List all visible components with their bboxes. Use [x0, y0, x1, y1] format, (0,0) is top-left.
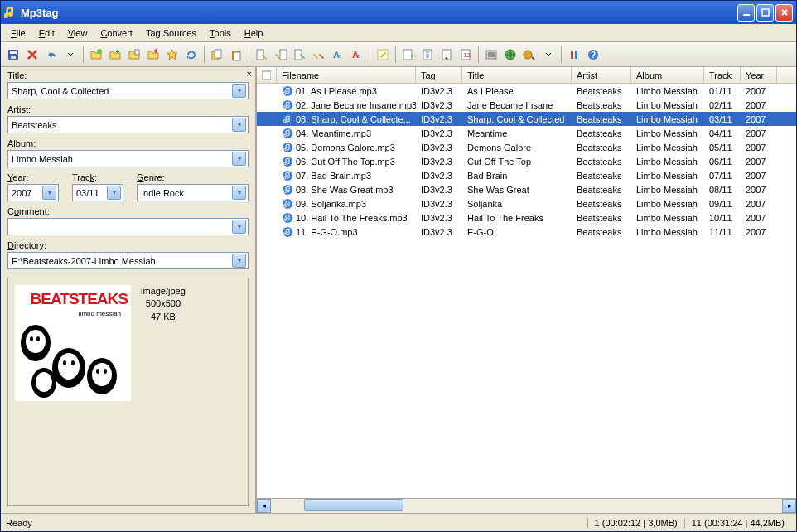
album-input[interactable]: Limbo Messiah▾ [7, 150, 249, 167]
svg-rect-1 [762, 9, 769, 16]
genre-label: Genre: [137, 172, 249, 182]
web-icon[interactable] [501, 46, 519, 64]
year-input[interactable]: 2007▾ [7, 184, 59, 201]
svg-text:?: ? [591, 51, 596, 60]
artist-input[interactable]: Beatsteaks▾ [7, 116, 249, 133]
menu-help[interactable]: Help [238, 27, 270, 40]
folder-open-icon[interactable] [87, 46, 105, 64]
web-source-icon[interactable] [520, 46, 539, 64]
filename-tag-icon[interactable] [291, 46, 309, 64]
chevron-down-icon[interactable]: ▾ [232, 152, 246, 166]
scroll-right-icon[interactable]: ▸ [782, 499, 796, 513]
table-row[interactable]: 11. E-G-O.mp3ID3v2.3E-G-OBeatsteaksLimbo… [257, 225, 796, 239]
cover-art-panel: BEATSTEAKS limbo messiah [7, 278, 249, 506]
table-row[interactable]: 01. As I Please.mp3ID3v2.3As I PleaseBea… [257, 84, 796, 98]
table-row[interactable]: 08. She Was Great.mp3ID3v2.3She Was Grea… [257, 182, 796, 196]
column-tag[interactable]: Tag [416, 67, 462, 83]
minimize-button[interactable] [737, 4, 755, 22]
table-row[interactable]: 07. Bad Brain.mp3ID3v2.3Bad BrainBeatste… [257, 168, 796, 182]
favorite-icon[interactable] [163, 46, 181, 64]
refresh-icon[interactable] [182, 46, 200, 64]
menu-edit[interactable]: Edit [32, 27, 61, 40]
panel-close-icon[interactable]: × [247, 69, 252, 79]
genre-input[interactable]: Indie Rock▾ [137, 184, 249, 201]
svg-text:12: 12 [463, 51, 471, 59]
comment-input[interactable]: ▾ [7, 218, 249, 235]
folder-up-icon[interactable] [144, 46, 162, 64]
cover-subtitle-text: limbo messiah [79, 310, 121, 317]
track-input[interactable]: 03/11▾ [72, 184, 123, 201]
svg-point-32 [26, 330, 46, 353]
chevron-down-icon[interactable]: ▾ [107, 186, 121, 200]
chevron-down-icon[interactable]: ▾ [232, 84, 246, 98]
autonumber-icon[interactable] [399, 46, 418, 64]
tag-tag-icon[interactable] [310, 46, 328, 64]
number-tracks-icon[interactable]: 12 [456, 46, 475, 64]
column-checkbox[interactable] [257, 67, 277, 83]
chevron-down-icon[interactable]: ▾ [232, 220, 246, 234]
copy-icon[interactable] [208, 46, 226, 64]
delete-icon[interactable] [23, 46, 41, 64]
menu-convert[interactable]: Convert [94, 27, 139, 40]
window-title: Mp3tag [21, 7, 737, 19]
case-icon[interactable]: Aa [348, 46, 366, 64]
svg-rect-6 [135, 50, 139, 55]
chevron-down-icon[interactable]: ▾ [232, 254, 246, 268]
svg-rect-12 [280, 50, 287, 60]
column-artist[interactable]: Artist [572, 67, 631, 83]
column-filename[interactable]: Filename [277, 67, 416, 83]
save-icon[interactable] [4, 46, 22, 64]
table-row[interactable]: 09. Soljanka.mp3ID3v2.3SoljankaBeatsteak… [257, 196, 796, 210]
file-list: Filename Tag Title Artist Album Track Ye… [256, 67, 796, 513]
undo-icon[interactable] [42, 46, 60, 64]
chevron-down-icon[interactable]: ▾ [232, 118, 246, 132]
column-title[interactable]: Title [462, 67, 572, 83]
export-icon[interactable] [418, 46, 437, 64]
help-icon[interactable]: ? [584, 46, 602, 64]
chevron-down-icon[interactable]: ▾ [232, 186, 246, 200]
paste-icon[interactable] [227, 46, 245, 64]
cover-artwork-icon [15, 318, 131, 401]
svg-point-34 [36, 336, 40, 341]
scroll-left-icon[interactable]: ◂ [257, 499, 271, 513]
menu-tagsources[interactable]: Tag Sources [139, 27, 203, 40]
maximize-button[interactable] [756, 4, 774, 22]
close-button[interactable] [775, 4, 793, 22]
table-row[interactable]: 05. Demons Galore.mp3ID3v2.3Demons Galor… [257, 140, 796, 154]
cover-mime-text: image/jpeg [141, 285, 186, 297]
menu-tools[interactable]: Tools [203, 27, 238, 40]
text-file-icon[interactable]: Aa [329, 46, 347, 64]
menu-view[interactable]: View [61, 27, 94, 40]
export-config-icon[interactable] [437, 46, 456, 64]
playlist-icon[interactable] [482, 46, 500, 64]
table-row[interactable]: 06. Cut Off The Top.mp3ID3v2.3Cut Off Th… [257, 154, 796, 168]
cover-art-image[interactable]: BEATSTEAKS limbo messiah [15, 285, 131, 401]
file-tag-icon[interactable] [272, 46, 290, 64]
table-row[interactable]: 04. Meantime.mp3ID3v2.3MeantimeBeatsteak… [257, 126, 796, 140]
folder-add-icon[interactable] [106, 46, 124, 64]
options-icon[interactable] [565, 46, 583, 64]
table-row[interactable]: 10. Hail To The Freaks.mp3ID3v2.3Hail To… [257, 210, 796, 225]
title-input[interactable]: Sharp, Cool & Collected▾ [7, 82, 249, 99]
svg-point-26 [524, 51, 532, 59]
svg-point-36 [58, 353, 80, 380]
titlebar: Mp3tag [1, 1, 796, 24]
column-album[interactable]: Album [631, 67, 704, 83]
list-body[interactable]: 01. As I Please.mp3ID3v2.3As I PleaseBea… [257, 84, 796, 498]
horizontal-scrollbar[interactable]: ◂ ▸ [257, 498, 796, 513]
folder-playlist-icon[interactable] [125, 46, 143, 64]
column-year[interactable]: Year [741, 67, 777, 83]
column-track[interactable]: Track [704, 67, 741, 83]
menu-file[interactable]: File [4, 27, 32, 40]
tag-file-icon[interactable] [253, 46, 271, 64]
web-source-dropdown-icon[interactable] [539, 46, 558, 64]
table-row[interactable]: 02. Jane Became Insane.mp3ID3v2.3Jane Be… [257, 98, 796, 112]
scroll-thumb[interactable] [304, 499, 403, 511]
year-label: Year: [7, 172, 59, 182]
table-row[interactable]: 03. Sharp, Cool & Collecte...ID3v2.3Shar… [257, 112, 796, 126]
edit-icon[interactable] [374, 46, 392, 64]
directory-input[interactable]: E:\Beatsteaks-2007-Limbo Messiah▾ [7, 252, 249, 269]
svg-point-44 [36, 372, 52, 392]
chevron-down-icon[interactable]: ▾ [42, 186, 56, 200]
undo-dropdown-icon[interactable] [61, 46, 80, 64]
